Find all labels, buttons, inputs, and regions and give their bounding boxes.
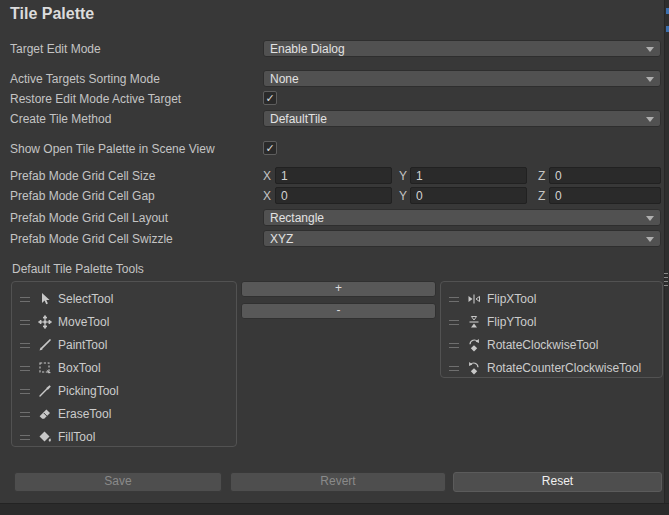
create-tile-method-dropdown[interactable]: DefaultTile xyxy=(263,110,661,127)
remove-tool-button[interactable]: - xyxy=(241,303,436,319)
tool-item-flipxtool[interactable]: FlipXTool xyxy=(441,288,662,311)
sorting-mode-label: Active Targets Sorting Mode xyxy=(10,72,160,86)
move-tool-icon xyxy=(38,315,52,329)
tool-label: RotateClockwiseTool xyxy=(487,338,598,352)
axis-z-label: Z xyxy=(538,169,545,183)
drag-handle-icon[interactable] xyxy=(449,320,459,326)
revert-button[interactable]: Revert xyxy=(230,472,446,492)
flip-y-tool-icon xyxy=(467,315,481,329)
drag-handle-icon[interactable] xyxy=(20,435,30,441)
erase-tool-icon xyxy=(38,407,52,421)
grid-cell-layout-dropdown[interactable]: Rectangle xyxy=(263,209,661,226)
picking-tool-icon xyxy=(38,384,52,398)
tool-item-movetool[interactable]: MoveTool xyxy=(12,311,236,334)
save-button[interactable]: Save xyxy=(14,472,222,492)
tool-label: FillTool xyxy=(58,430,95,444)
tool-item-boxtool[interactable]: BoxTool xyxy=(12,357,236,380)
row-show-open-tile-palette: Show Open Tile Palette in Scene View ✓ xyxy=(0,140,664,158)
chevron-down-icon xyxy=(646,216,654,221)
rotate-counterclockwise-tool-icon xyxy=(467,361,481,375)
chevron-down-icon xyxy=(646,237,654,242)
dropdown-value: Rectangle xyxy=(270,211,324,225)
tool-item-selecttool[interactable]: SelectTool xyxy=(12,288,236,311)
tool-item-filltool[interactable]: FillTool xyxy=(12,426,236,449)
dropdown-value: None xyxy=(270,72,299,86)
row-grid-cell-gap: Prefab Mode Grid Cell Gap X Y Z xyxy=(0,187,664,205)
tool-label: RotateCounterClockwiseTool xyxy=(487,361,641,375)
grid-cell-size-label: Prefab Mode Grid Cell Size xyxy=(10,169,155,183)
resize-grip-icon[interactable] xyxy=(664,273,668,287)
active-tools-list: FlipXTool FlipYTool Rota xyxy=(440,281,663,378)
tool-item-rotatecounterclockwisetool[interactable]: RotateCounterClockwiseTool xyxy=(441,357,662,380)
grid-cell-layout-label: Prefab Mode Grid Cell Layout xyxy=(10,211,168,225)
reset-button[interactable]: Reset xyxy=(453,472,662,492)
tool-label: PaintTool xyxy=(58,338,107,352)
drag-handle-icon[interactable] xyxy=(20,343,30,349)
tool-item-flipytool[interactable]: FlipYTool xyxy=(441,311,662,334)
target-edit-mode-label: Target Edit Mode xyxy=(10,42,101,56)
tool-label: BoxTool xyxy=(58,361,101,375)
paint-tool-icon xyxy=(38,338,52,352)
row-grid-cell-swizzle: Prefab Mode Grid Cell Swizzle XYZ xyxy=(0,230,664,248)
grid-cell-size-y-field[interactable] xyxy=(410,167,527,184)
drag-handle-icon[interactable] xyxy=(449,366,459,372)
create-tile-method-label: Create Tile Method xyxy=(10,112,111,126)
tool-item-painttool[interactable]: PaintTool xyxy=(12,334,236,357)
axis-y-label: Y xyxy=(399,189,407,203)
row-restore-edit-mode: Restore Edit Mode Active Target ✓ xyxy=(0,90,664,108)
grid-cell-swizzle-label: Prefab Mode Grid Cell Swizzle xyxy=(10,232,173,246)
show-open-tile-palette-checkbox[interactable]: ✓ xyxy=(263,141,277,155)
sorting-mode-dropdown[interactable]: None xyxy=(263,70,661,87)
row-sorting-mode: Active Targets Sorting Mode None xyxy=(0,70,664,88)
scrollbar-track[interactable] xyxy=(664,0,669,515)
row-target-edit-mode: Target Edit Mode Enable Dialog xyxy=(0,40,664,58)
grid-cell-size-x-field[interactable] xyxy=(275,167,392,184)
row-grid-cell-size: Prefab Mode Grid Cell Size X Y Z xyxy=(0,167,664,185)
available-tools-list: SelectTool MoveTool Pain xyxy=(11,281,237,447)
add-tool-button[interactable]: + xyxy=(241,281,436,297)
drag-handle-icon[interactable] xyxy=(20,320,30,326)
grid-cell-gap-x-field[interactable] xyxy=(275,187,392,204)
box-tool-icon xyxy=(38,361,52,375)
grid-cell-gap-z-field[interactable] xyxy=(549,187,661,204)
axis-x-label: X xyxy=(263,189,271,203)
tool-item-pickingtool[interactable]: PickingTool xyxy=(12,380,236,403)
target-edit-mode-dropdown[interactable]: Enable Dialog xyxy=(263,40,661,57)
grid-cell-gap-y-field[interactable] xyxy=(410,187,527,204)
restore-edit-mode-checkbox[interactable]: ✓ xyxy=(263,91,277,105)
grid-cell-size-z-field[interactable] xyxy=(549,167,661,184)
tool-item-erasetool[interactable]: EraseTool xyxy=(12,403,236,426)
chevron-down-icon xyxy=(646,47,654,52)
dropdown-value: Enable Dialog xyxy=(270,42,345,56)
drag-handle-icon[interactable] xyxy=(20,389,30,395)
drag-handle-icon[interactable] xyxy=(449,297,459,303)
page-title: Tile Palette xyxy=(10,5,94,23)
drag-handle-icon[interactable] xyxy=(20,412,30,418)
tool-label: FlipXTool xyxy=(487,292,536,306)
tools-section-label: Default Tile Palette Tools xyxy=(12,262,144,276)
check-icon: ✓ xyxy=(265,142,274,154)
tool-label: MoveTool xyxy=(58,315,109,329)
fill-tool-icon xyxy=(38,430,52,444)
drag-handle-icon[interactable] xyxy=(20,297,30,303)
drag-handle-icon[interactable] xyxy=(20,366,30,372)
grid-cell-swizzle-dropdown[interactable]: XYZ xyxy=(263,230,661,247)
restore-edit-mode-label: Restore Edit Mode Active Target xyxy=(10,92,181,106)
tool-item-rotateclockwisetool[interactable]: RotateClockwiseTool xyxy=(441,334,662,357)
window-bottom-edge xyxy=(0,503,669,515)
select-tool-icon xyxy=(38,292,52,306)
check-icon: ✓ xyxy=(265,92,274,104)
axis-z-label: Z xyxy=(538,189,545,203)
grid-cell-gap-label: Prefab Mode Grid Cell Gap xyxy=(10,189,155,203)
tool-label: SelectTool xyxy=(58,292,113,306)
flip-x-tool-icon xyxy=(467,292,481,306)
drag-handle-icon[interactable] xyxy=(449,343,459,349)
tool-label: PickingTool xyxy=(58,384,119,398)
show-open-tile-palette-label: Show Open Tile Palette in Scene View xyxy=(10,142,215,156)
tool-label: FlipYTool xyxy=(487,315,536,329)
tile-palette-preferences-pane: Tile Palette Target Edit Mode Enable Dia… xyxy=(0,0,669,515)
chevron-down-icon xyxy=(646,117,654,122)
axis-x-label: X xyxy=(263,169,271,183)
rotate-clockwise-tool-icon xyxy=(467,338,481,352)
row-grid-cell-layout: Prefab Mode Grid Cell Layout Rectangle xyxy=(0,209,664,227)
